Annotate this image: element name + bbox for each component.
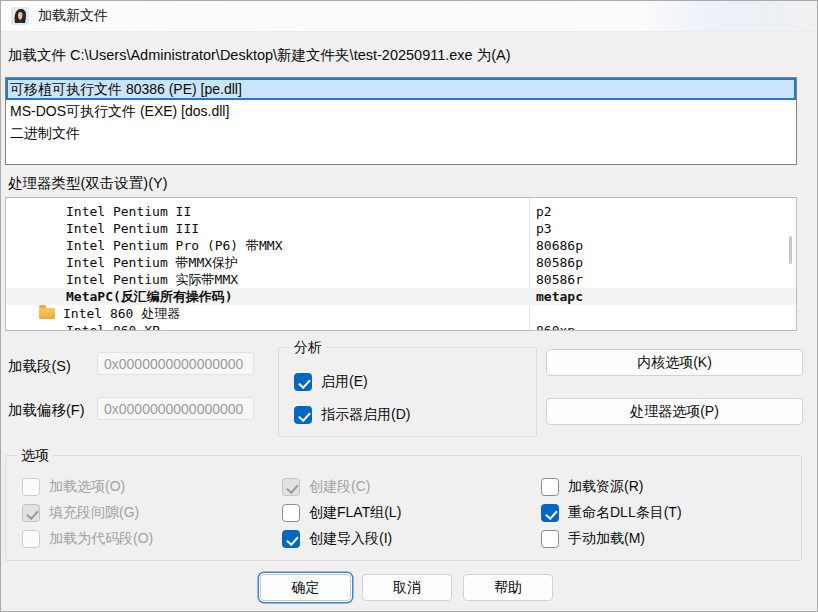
processor-name: Intel Pentium II xyxy=(66,203,191,220)
processor-type-label: 处理器类型(双击设置)(Y) xyxy=(8,174,168,193)
format-list-item-pe[interactable]: 可移植可执行文件 80386 (PE) [pe.dll] xyxy=(6,78,796,100)
processor-name: Intel Pentium Pro (P6) 带MMX xyxy=(66,237,283,254)
titlebar: 加载新文件 xyxy=(1,1,817,32)
file-prompt-label: 加载文件 C:\Users\Administrator\Desktop\新建文件… xyxy=(8,46,511,65)
processor-id: 860xp xyxy=(536,322,575,331)
window-title: 加载新文件 xyxy=(38,7,108,25)
checkbox-rename-dll-entries[interactable]: 重命名DLL条目(T) xyxy=(541,504,682,522)
checkbox-label-create-flat-group: 创建FLAT组(L) xyxy=(309,504,401,522)
help-button[interactable]: 帮助 xyxy=(463,574,553,601)
processor-id: 80586r xyxy=(536,271,583,288)
load-segment-input xyxy=(97,352,254,375)
checkbox-label-load-as-code-segment: 加载为代码段(O) xyxy=(49,530,153,548)
file-format-listbox[interactable]: 可移植可执行文件 80386 (PE) [pe.dll]MS-DOS可执行文件 … xyxy=(5,77,797,165)
processor-row[interactable]: Intel Pentium 实际带MMX80586r xyxy=(6,271,796,288)
format-list-item-binary[interactable]: 二进制文件 xyxy=(6,122,796,144)
checkbox-create-segments: 创建段(C) xyxy=(282,478,370,496)
kernel-options-button[interactable]: 内核选项(K) xyxy=(546,349,803,376)
load-offset-label: 加载偏移(F) xyxy=(8,401,85,420)
processor-id: 80686p xyxy=(536,237,583,254)
checkbox-loading-options: 加载选项(O) xyxy=(22,478,125,496)
processor-name: MetaPC(反汇编所有操作码) xyxy=(66,288,233,305)
load-offset-input xyxy=(97,397,254,420)
processor-list-scrollbar[interactable] xyxy=(789,236,792,264)
checkbox-box-fill-segment-gaps xyxy=(22,504,40,522)
checkbox-fill-segment-gaps: 填充段间隙(G) xyxy=(22,504,139,522)
processor-name: Intel Pentium III xyxy=(66,220,199,237)
processor-row[interactable]: MetaPC(反汇编所有操作码)metapc xyxy=(6,288,796,305)
folder-icon xyxy=(39,308,55,319)
checkbox-label-indicator-enabled: 指示器启用(D) xyxy=(321,406,410,424)
checkbox-indicator-enabled[interactable]: 指示器启用(D) xyxy=(294,406,410,424)
checkbox-label-fill-segment-gaps: 填充段间隙(G) xyxy=(49,504,139,522)
processor-name: Intel 860 处理器 xyxy=(63,305,180,322)
checkbox-load-as-code-segment: 加载为代码段(O) xyxy=(22,530,153,548)
checkbox-box-create-flat-group xyxy=(282,504,300,522)
checkbox-analysis-enabled[interactable]: 启用(E) xyxy=(294,373,368,391)
format-list-item-dos[interactable]: MS-DOS可执行文件 (EXE) [dos.dll] xyxy=(6,100,796,122)
processor-name: Intel 860 XP xyxy=(66,322,160,331)
processor-row[interactable]: Intel Pentium IIIp3 xyxy=(6,220,796,237)
processor-row[interactable]: Intel Pentium IIp2 xyxy=(6,203,796,220)
ok-button[interactable]: 确定 xyxy=(260,574,351,601)
processor-name: Intel Pentium 带MMX保护 xyxy=(66,254,238,271)
processor-row[interactable]: Intel 860 处理器 xyxy=(6,305,796,322)
processor-options-button[interactable]: 处理器选项(P) xyxy=(546,398,803,425)
checkbox-manual-load[interactable]: 手动加载(M) xyxy=(541,530,645,548)
checkbox-box-rename-dll-entries xyxy=(541,504,559,522)
checkbox-label-loading-options: 加载选项(O) xyxy=(49,478,125,496)
cancel-button[interactable]: 取消 xyxy=(362,574,452,601)
processor-row[interactable]: Intel Pentium Pro (P6) 带MMX80686p xyxy=(6,237,796,254)
processor-id: p3 xyxy=(536,220,552,237)
checkbox-create-imports-segment[interactable]: 创建导入段(I) xyxy=(282,530,392,548)
checkbox-box-load-as-code-segment xyxy=(22,530,40,548)
checkbox-box-loading-options xyxy=(22,478,40,496)
checkbox-label-manual-load: 手动加载(M) xyxy=(568,530,645,548)
checkbox-create-flat-group[interactable]: 创建FLAT组(L) xyxy=(282,504,401,522)
processor-id: metapc xyxy=(536,288,583,305)
checkbox-box-manual-load xyxy=(541,530,559,548)
checkbox-label-load-resources: 加载资源(R) xyxy=(568,478,643,496)
analysis-groupbox: 分析 启用(E)指示器启用(D) xyxy=(278,347,537,437)
checkbox-box-create-segments xyxy=(282,478,300,496)
options-group-title: 选项 xyxy=(17,447,53,464)
processor-listbox[interactable]: Intel Pentium IIp2Intel Pentium IIIp3Int… xyxy=(5,197,797,331)
checkbox-label-rename-dll-entries: 重命名DLL条目(T) xyxy=(568,504,682,522)
checkbox-box-create-imports-segment xyxy=(282,530,300,548)
checkbox-box-load-resources xyxy=(541,478,559,496)
checkbox-label-analysis-enabled: 启用(E) xyxy=(321,373,368,391)
checkbox-label-create-imports-segment: 创建导入段(I) xyxy=(309,530,392,548)
load-segment-label: 加载段(S) xyxy=(8,357,71,376)
checkbox-label-create-segments: 创建段(C) xyxy=(309,478,370,496)
checkbox-box-analysis-enabled xyxy=(294,373,312,391)
processor-row[interactable]: Intel 860 XP860xp xyxy=(6,322,796,331)
processor-id: 80586p xyxy=(536,254,583,271)
load-new-file-dialog: 加载新文件 加载文件 C:\Users\Administrator\Deskto… xyxy=(0,0,818,612)
checkbox-load-resources[interactable]: 加载资源(R) xyxy=(541,478,643,496)
options-groupbox: 选项 加载选项(O)填充段间隙(G)加载为代码段(O)创建段(C)创建FLAT组… xyxy=(5,455,802,561)
processor-id: p2 xyxy=(536,203,552,220)
checkbox-box-indicator-enabled xyxy=(294,406,312,424)
processor-row[interactable]: Intel Pentium 带MMX保护80586p xyxy=(6,254,796,271)
analysis-group-title: 分析 xyxy=(290,339,326,356)
ida-app-icon xyxy=(11,7,29,25)
processor-name: Intel Pentium 实际带MMX xyxy=(66,271,238,288)
